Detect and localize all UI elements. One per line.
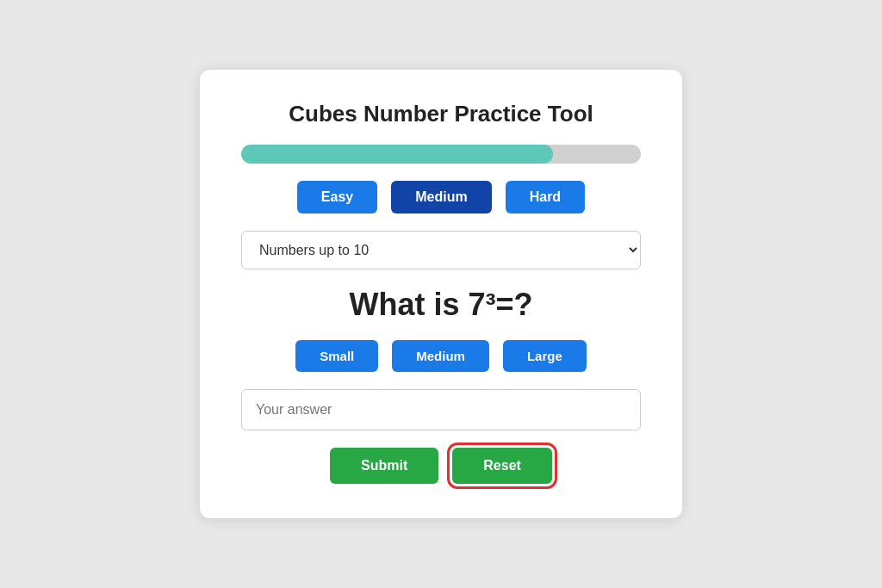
question-text: What is 7³=? — [349, 287, 532, 323]
medium-button[interactable]: Medium — [391, 181, 491, 214]
difficulty-buttons: Easy Medium Hard — [297, 181, 585, 214]
reset-button[interactable]: Reset — [452, 448, 552, 484]
main-card: Cubes Number Practice Tool Easy Medium H… — [200, 70, 682, 518]
app-title: Cubes Number Practice Tool — [289, 101, 593, 127]
progress-bar-container — [241, 145, 641, 164]
action-buttons: Submit Reset — [330, 448, 552, 484]
small-button[interactable]: Small — [295, 340, 378, 372]
answer-input[interactable] — [241, 389, 641, 430]
submit-button[interactable]: Submit — [330, 448, 438, 484]
medium-size-button[interactable]: Medium — [392, 340, 489, 372]
number-range-dropdown-container: Numbers up to 5 Numbers up to 10 Numbers… — [241, 231, 641, 269]
progress-bar-fill — [241, 145, 553, 164]
hard-button[interactable]: Hard — [506, 181, 585, 214]
number-range-select[interactable]: Numbers up to 5 Numbers up to 10 Numbers… — [241, 231, 641, 269]
large-button[interactable]: Large — [503, 340, 587, 372]
size-buttons: Small Medium Large — [295, 340, 587, 372]
easy-button[interactable]: Easy — [297, 181, 377, 214]
